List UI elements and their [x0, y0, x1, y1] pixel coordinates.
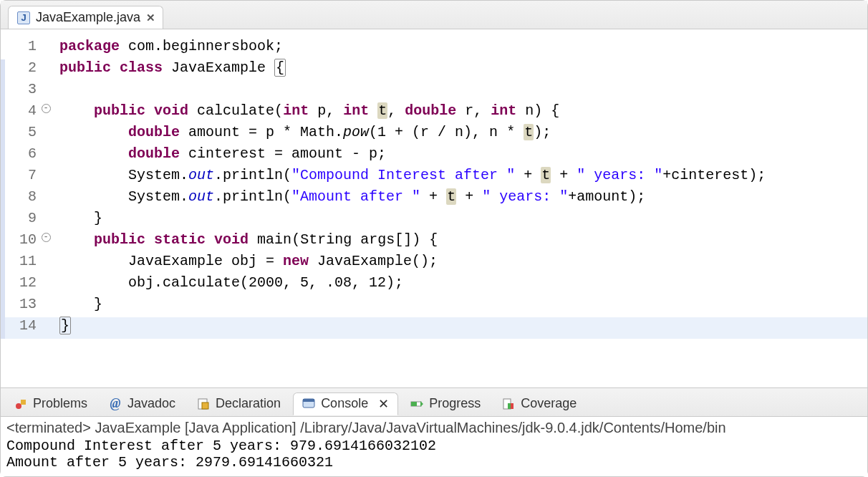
code-line[interactable]: 1 package com.beginnersbook; [1, 38, 867, 59]
line-number: 7 [5, 167, 39, 188]
console-output-line: Compound Interest after 5 years: 979.691… [6, 438, 862, 454]
console-status: <terminated> JavaExample [Java Applicati… [6, 420, 862, 436]
tab-coverage[interactable]: Coverage [493, 392, 586, 415]
svg-rect-7 [411, 402, 417, 406]
ide-window: J JavaExample.java ✕ 1 package com.begin… [0, 0, 868, 477]
code-line[interactable]: 11 JavaExample obj = new JavaExample(); [1, 253, 867, 274]
code-line[interactable]: 9 } [1, 210, 867, 231]
close-icon[interactable]: ✕ [146, 11, 154, 24]
code-line[interactable]: 13 } [1, 296, 867, 317]
code-line[interactable]: 6 double cinterest = amount - p; [1, 145, 867, 167]
tab-javadoc[interactable]: @ Javadoc [100, 392, 185, 415]
javadoc-icon: @ [109, 398, 122, 410]
code-line[interactable]: 12 obj.calculate(2000, 5, .08, 12); [1, 274, 867, 296]
svg-rect-11 [508, 403, 511, 409]
code-line[interactable]: 2 public class JavaExample { [1, 59, 867, 81]
console-icon [302, 398, 315, 410]
tab-declaration[interactable]: Declaration [188, 392, 290, 415]
svg-rect-5 [303, 399, 314, 402]
close-icon[interactable]: ✕ [378, 396, 389, 412]
line-number: 14 [5, 317, 39, 339]
line-number: 5 [5, 124, 39, 145]
progress-icon [410, 398, 423, 410]
console-output-line: Amount after 5 years: 2979.69141660321 [6, 454, 862, 471]
line-number: 1 [5, 38, 39, 59]
editor-tab-filename: JavaExample.java [36, 10, 140, 25]
svg-rect-1 [21, 400, 26, 405]
editor-tab-javaexample[interactable]: J JavaExample.java ✕ [8, 6, 163, 29]
line-number: 10 [5, 231, 39, 253]
java-file-icon: J [17, 11, 30, 24]
fold-toggle-icon[interactable]: - [42, 104, 51, 113]
code-line[interactable]: 3 [1, 81, 867, 102]
svg-rect-3 [202, 403, 208, 409]
svg-marker-8 [420, 401, 423, 407]
line-number: 6 [5, 145, 39, 167]
svg-point-0 [16, 403, 21, 409]
bottom-panel: Problems @ Javadoc Declaration Console ✕ [1, 387, 867, 476]
line-number: 2 [5, 59, 39, 81]
code-line-current[interactable]: 14 } [1, 317, 867, 339]
console-view[interactable]: <terminated> JavaExample [Java Applicati… [1, 417, 867, 476]
problems-icon [14, 398, 27, 410]
line-number: 13 [5, 296, 39, 317]
declaration-icon [197, 398, 210, 410]
fold-toggle-icon[interactable]: - [42, 233, 51, 242]
code-line[interactable]: 4 - public void calculate(int p, int t, … [1, 102, 867, 124]
line-number: 9 [5, 210, 39, 231]
code-line[interactable]: 5 double amount = p * Math.pow(1 + (r / … [1, 124, 867, 145]
code-line[interactable]: 7 System.out.println("Compound Interest … [1, 167, 867, 188]
line-number: 8 [5, 188, 39, 210]
bottom-tabbar: Problems @ Javadoc Declaration Console ✕ [1, 388, 867, 417]
tab-problems[interactable]: Problems [5, 392, 97, 415]
tab-progress[interactable]: Progress [401, 392, 490, 415]
code-editor[interactable]: 1 package com.beginnersbook; 2 public cl… [1, 29, 867, 387]
code-line[interactable]: 10 - public static void main(String args… [1, 231, 867, 253]
line-number: 3 [5, 81, 39, 102]
code-line[interactable]: 8 System.out.println("Amount after " + t… [1, 188, 867, 210]
line-number: 11 [5, 253, 39, 274]
line-number: 4 [5, 102, 39, 124]
editor-tabbar: J JavaExample.java ✕ [1, 1, 867, 29]
line-number: 12 [5, 274, 39, 296]
coverage-icon [502, 398, 515, 410]
tab-console[interactable]: Console ✕ [293, 392, 398, 415]
